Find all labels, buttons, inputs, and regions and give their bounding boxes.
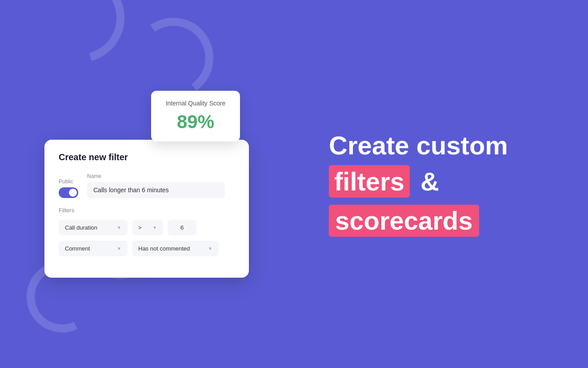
score-value: 89% — [164, 111, 227, 133]
public-name-row: Public Name — [59, 173, 235, 198]
filters-label: Filters — [59, 207, 235, 214]
operator-chevron: ▼ — [152, 225, 157, 230]
filter-row-1: Call duration ▼ > ▼ — [59, 220, 235, 235]
toggle-track — [59, 187, 78, 198]
call-duration-chevron: ▼ — [117, 225, 121, 230]
duration-value-input[interactable] — [168, 220, 196, 235]
comment-value-chevron: ▼ — [208, 246, 212, 251]
hero-line1: Create custom — [329, 131, 508, 160]
filter-row-2: Comment ▼ Has not commented ▼ — [59, 241, 235, 256]
name-input[interactable] — [87, 182, 225, 198]
name-group: Name — [87, 173, 225, 198]
toggle-thumb — [69, 189, 77, 197]
score-card-title: Internal Quality Score — [164, 100, 227, 107]
hero-line1-text: Create custom — [329, 131, 508, 160]
comment-type-label: Comment — [65, 245, 90, 252]
score-card: Internal Quality Score 89% — [151, 91, 240, 142]
call-duration-select[interactable]: Call duration ▼ — [59, 220, 128, 235]
hero-highlight-scorecards: scorecards — [329, 205, 479, 237]
hero-and: & — [420, 167, 439, 196]
filter-card-title: Create new filter — [59, 152, 235, 162]
hero-line3: scorecards — [329, 205, 508, 237]
filter-card: Create new filter Public Name Filt — [44, 140, 249, 278]
call-duration-label: Call duration — [65, 224, 97, 231]
left-section: Internal Quality Score 89% Create new fi… — [0, 0, 302, 368]
comment-value-label: Has not commented — [138, 245, 190, 252]
comment-type-chevron: ▼ — [117, 246, 121, 251]
public-toggle[interactable] — [59, 187, 78, 198]
comment-type-select[interactable]: Comment ▼ — [59, 241, 128, 256]
name-label: Name — [87, 173, 225, 179]
hero-text: Create custom filters & scorecards — [329, 131, 508, 237]
operator-select[interactable]: > ▼ — [132, 220, 163, 235]
comment-value-select[interactable]: Has not commented ▼ — [132, 241, 219, 256]
hero-highlight-filters: filters — [329, 165, 410, 198]
hero-line2: filters & — [329, 165, 508, 198]
public-toggle-group: Public — [59, 178, 78, 198]
public-label: Public — [59, 178, 73, 185]
operator-label: > — [138, 224, 142, 231]
cards-wrapper: Internal Quality Score 89% Create new fi… — [44, 91, 258, 278]
right-section: Create custom filters & scorecards — [302, 0, 588, 368]
